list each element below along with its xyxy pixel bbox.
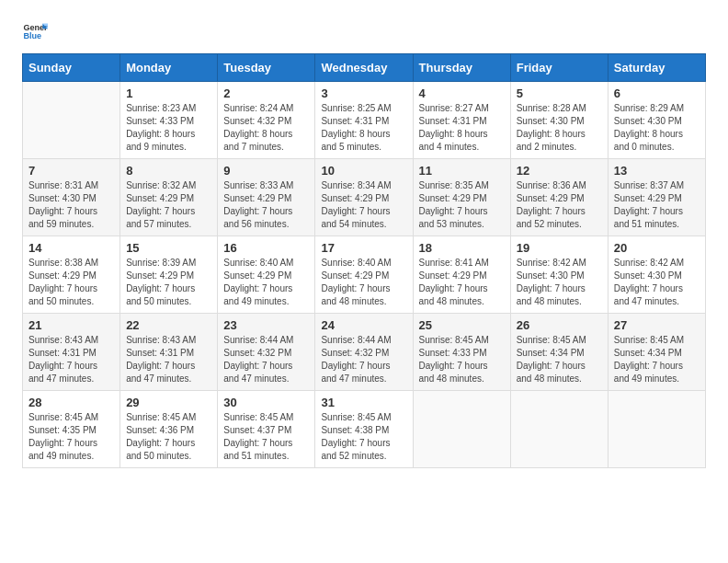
day-info: Sunrise: 8:45 AMSunset: 4:35 PMDaylight:… [28,411,114,463]
day-number: 16 [223,241,309,255]
day-info: Sunrise: 8:24 AMSunset: 4:32 PMDaylight:… [223,102,309,154]
day-info: Sunrise: 8:32 AMSunset: 4:29 PMDaylight:… [126,179,211,231]
day-info: Sunrise: 8:45 AMSunset: 4:36 PMDaylight:… [126,411,211,463]
weekday-header-friday: Friday [510,54,608,82]
day-number: 28 [28,396,114,409]
day-number: 29 [126,396,211,409]
day-cell: 31Sunrise: 8:45 AMSunset: 4:38 PMDayligh… [315,391,413,468]
day-info: Sunrise: 8:29 AMSunset: 4:30 PMDaylight:… [614,102,700,154]
day-cell: 21Sunrise: 8:43 AMSunset: 4:31 PMDayligh… [23,314,120,391]
day-cell: 28Sunrise: 8:45 AMSunset: 4:35 PMDayligh… [23,391,120,468]
day-cell [608,391,705,468]
day-cell: 23Sunrise: 8:44 AMSunset: 4:32 PMDayligh… [218,314,315,391]
day-cell: 27Sunrise: 8:45 AMSunset: 4:34 PMDayligh… [608,314,705,391]
day-info: Sunrise: 8:39 AMSunset: 4:29 PMDaylight:… [126,257,211,308]
svg-text:Blue: Blue [23,31,41,40]
day-info: Sunrise: 8:34 AMSunset: 4:29 PMDaylight:… [321,179,406,231]
day-info: Sunrise: 8:44 AMSunset: 4:32 PMDaylight:… [321,334,406,385]
day-cell: 20Sunrise: 8:42 AMSunset: 4:30 PMDayligh… [608,236,705,314]
day-info: Sunrise: 8:45 AMSunset: 4:37 PMDaylight:… [223,411,309,463]
day-cell: 30Sunrise: 8:45 AMSunset: 4:37 PMDayligh… [218,391,315,468]
day-cell: 4Sunrise: 8:27 AMSunset: 4:31 PMDaylight… [413,82,510,159]
day-cell: 19Sunrise: 8:42 AMSunset: 4:30 PMDayligh… [510,236,608,314]
day-info: Sunrise: 8:33 AMSunset: 4:29 PMDaylight:… [223,179,309,231]
day-cell: 14Sunrise: 8:38 AMSunset: 4:29 PMDayligh… [23,236,120,314]
day-number: 11 [419,164,505,178]
day-info: Sunrise: 8:31 AMSunset: 4:30 PMDaylight:… [28,179,114,231]
day-number: 23 [223,318,309,332]
day-number: 15 [126,241,211,255]
day-number: 25 [419,318,505,332]
day-number: 13 [614,164,700,178]
day-number: 20 [614,241,700,255]
weekday-header-tuesday: Tuesday [218,54,315,82]
day-cell [510,391,608,468]
day-number: 19 [517,241,602,255]
day-cell: 29Sunrise: 8:45 AMSunset: 4:36 PMDayligh… [120,391,218,468]
day-info: Sunrise: 8:45 AMSunset: 4:34 PMDaylight:… [614,334,700,385]
day-info: Sunrise: 8:43 AMSunset: 4:31 PMDaylight:… [28,334,114,385]
day-cell: 18Sunrise: 8:41 AMSunset: 4:29 PMDayligh… [413,236,510,314]
day-info: Sunrise: 8:42 AMSunset: 4:30 PMDaylight:… [614,257,700,308]
day-info: Sunrise: 8:38 AMSunset: 4:29 PMDaylight:… [28,257,114,308]
day-cell: 25Sunrise: 8:45 AMSunset: 4:33 PMDayligh… [413,314,510,391]
day-info: Sunrise: 8:36 AMSunset: 4:29 PMDaylight:… [517,179,602,231]
day-number: 5 [517,86,602,100]
logo-icon: General Blue [22,18,48,44]
day-cell: 12Sunrise: 8:36 AMSunset: 4:29 PMDayligh… [510,159,608,236]
day-number: 22 [126,318,211,332]
weekday-header-sunday: Sunday [23,54,120,82]
calendar-table: SundayMondayTuesdayWednesdayThursdayFrid… [22,53,706,468]
week-row-3: 14Sunrise: 8:38 AMSunset: 4:29 PMDayligh… [23,236,706,314]
day-info: Sunrise: 8:41 AMSunset: 4:29 PMDaylight:… [419,257,505,308]
day-number: 30 [223,396,309,409]
day-cell: 6Sunrise: 8:29 AMSunset: 4:30 PMDaylight… [608,82,705,159]
day-cell: 2Sunrise: 8:24 AMSunset: 4:32 PMDaylight… [218,82,315,159]
weekday-header-monday: Monday [120,54,218,82]
day-cell: 24Sunrise: 8:44 AMSunset: 4:32 PMDayligh… [315,314,413,391]
day-cell: 8Sunrise: 8:32 AMSunset: 4:29 PMDaylight… [120,159,218,236]
day-number: 10 [321,164,406,178]
weekday-header-row: SundayMondayTuesdayWednesdayThursdayFrid… [23,54,706,82]
weekday-header-thursday: Thursday [413,54,510,82]
week-row-1: 1Sunrise: 8:23 AMSunset: 4:33 PMDaylight… [23,82,706,159]
day-cell: 22Sunrise: 8:43 AMSunset: 4:31 PMDayligh… [120,314,218,391]
day-cell: 13Sunrise: 8:37 AMSunset: 4:29 PMDayligh… [608,159,705,236]
day-info: Sunrise: 8:35 AMSunset: 4:29 PMDaylight:… [419,179,505,231]
week-row-5: 28Sunrise: 8:45 AMSunset: 4:35 PMDayligh… [23,391,706,468]
day-number: 9 [223,164,309,178]
day-number: 21 [28,318,114,332]
day-number: 31 [321,396,406,409]
day-info: Sunrise: 8:40 AMSunset: 4:29 PMDaylight:… [321,257,406,308]
day-cell: 17Sunrise: 8:40 AMSunset: 4:29 PMDayligh… [315,236,413,314]
day-cell [23,82,120,159]
day-info: Sunrise: 8:45 AMSunset: 4:33 PMDaylight:… [419,334,505,385]
weekday-header-saturday: Saturday [608,54,705,82]
day-cell: 10Sunrise: 8:34 AMSunset: 4:29 PMDayligh… [315,159,413,236]
day-info: Sunrise: 8:25 AMSunset: 4:31 PMDaylight:… [321,102,406,154]
day-number: 2 [223,86,309,100]
day-info: Sunrise: 8:44 AMSunset: 4:32 PMDaylight:… [223,334,309,385]
day-number: 8 [126,164,211,178]
day-number: 1 [126,86,211,100]
day-number: 14 [28,241,114,255]
day-info: Sunrise: 8:43 AMSunset: 4:31 PMDaylight:… [126,334,211,385]
week-row-4: 21Sunrise: 8:43 AMSunset: 4:31 PMDayligh… [23,314,706,391]
day-info: Sunrise: 8:40 AMSunset: 4:29 PMDaylight:… [223,257,309,308]
page-header: General Blue [22,18,706,44]
day-info: Sunrise: 8:37 AMSunset: 4:29 PMDaylight:… [614,179,700,231]
day-number: 3 [321,86,406,100]
day-info: Sunrise: 8:45 AMSunset: 4:34 PMDaylight:… [517,334,602,385]
logo: General Blue [22,18,48,44]
day-number: 12 [517,164,602,178]
day-number: 26 [517,318,602,332]
weekday-header-wednesday: Wednesday [315,54,413,82]
day-number: 4 [419,86,505,100]
day-cell: 9Sunrise: 8:33 AMSunset: 4:29 PMDaylight… [218,159,315,236]
day-number: 7 [28,164,114,178]
day-info: Sunrise: 8:23 AMSunset: 4:33 PMDaylight:… [126,102,211,154]
day-cell: 16Sunrise: 8:40 AMSunset: 4:29 PMDayligh… [218,236,315,314]
day-info: Sunrise: 8:42 AMSunset: 4:30 PMDaylight:… [517,257,602,308]
day-number: 18 [419,241,505,255]
day-info: Sunrise: 8:27 AMSunset: 4:31 PMDaylight:… [419,102,505,154]
